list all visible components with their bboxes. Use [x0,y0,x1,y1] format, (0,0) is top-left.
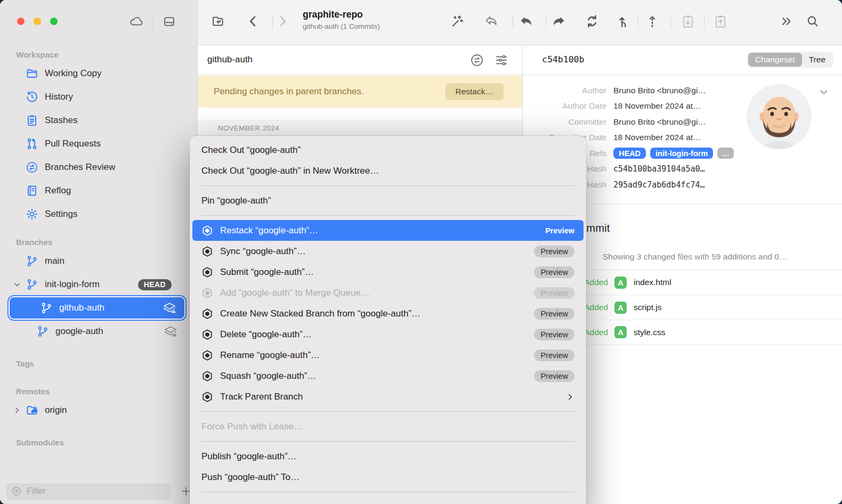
stack-warning-icon [163,302,177,314]
sidebar-item-google-auth[interactable]: google-auth [0,320,197,343]
folder-cloud-icon [26,404,38,417]
sidebar-item-working-copy[interactable]: Working Copy [0,62,197,85]
sidebar-section-remotes: Remotesorigin [0,385,197,422]
fetch-button[interactable] [585,14,600,29]
filter-input[interactable] [26,486,166,497]
sidebar-item-label: Stashes [45,115,77,126]
toggle-tree[interactable]: Tree [802,53,832,67]
ref-badge-head[interactable]: HEAD [613,148,646,159]
toolbar-separator [272,15,273,29]
stash-save-button[interactable] [681,14,695,29]
compare-branch-icon[interactable] [470,53,484,67]
sidebar-item-reflog[interactable]: Reflog [0,179,197,202]
sidebar-item-label: origin [45,405,67,416]
repo-switcher-button[interactable] [211,14,226,29]
section-label: Workspace [16,48,197,62]
preview-badge: Preview [534,329,574,340]
file-name: index.html [634,278,671,287]
graphite-logo-icon [201,266,213,278]
menu-item-check-out-google-auth-in-new-worktree[interactable]: Check Out “google-auth” in New Worktree… [192,160,584,181]
menu-item-add-google-auth-to-merge-queue[interactable]: Add “google-auth” to Merge Queue…Preview [192,282,584,303]
sidebar-item-history[interactable]: History [0,85,197,109]
meta-value: c54b100ba39104a5a0… [613,164,705,174]
traffic-lights [17,18,58,25]
menu-item-squash-google-auth[interactable]: Squash “google-auth”…Preview [192,365,584,386]
overflow-button[interactable] [780,14,794,28]
sidebar: WorkspaceWorking CopyHistoryStashesPull … [0,45,197,504]
drive-icon[interactable] [162,14,176,29]
menu-item-submit-google-auth[interactable]: Submit “google-auth”…Preview [192,262,584,282]
graphite-logo-icon [201,225,213,237]
menu-item-label: Pin “google-auth” [201,196,271,206]
ref-badge-init-login-form[interactable]: init-login-form [650,148,713,159]
minimize-button[interactable] [34,18,41,25]
toggle-changeset[interactable]: Changeset [748,53,802,67]
menu-item-label: Add “google-auth” to Merge Queue… [220,288,370,298]
expander-chevron-icon[interactable] [13,280,21,289]
menu-item-label: Sync “google-auth”… [220,246,306,257]
forward-button[interactable] [275,14,290,29]
repo-subtitle: github-auth (1 Commits) [303,22,380,30]
menu-item-pin-google-auth[interactable]: Pin “google-auth” [192,190,584,211]
sidebar-item-init-login-form[interactable]: init-login-formHEAD [0,273,197,296]
sidebar-item-branches-review[interactable]: Branches Review [0,156,197,179]
cherry-pick-button[interactable] [645,14,660,29]
search-button[interactable] [806,14,820,28]
filter-options-icon[interactable] [495,53,508,67]
stack-warning-icon [164,325,178,338]
stash-icon [26,114,38,127]
sidebar-item-settings[interactable]: Settings [0,202,197,226]
sidebar-item-github-auth[interactable]: github-auth [9,296,185,320]
merge-button[interactable] [616,14,631,29]
menu-item-delete-google-auth[interactable]: Delete “google-auth”…Preview [192,324,584,345]
menu-item-push-google-auth-to[interactable]: Push “google-auth” To… [192,467,584,487]
chevron-down-icon[interactable] [819,87,829,97]
menu-separator [201,411,574,412]
quick-actions-button[interactable] [450,14,465,29]
toolbar-separator [670,15,671,29]
filter-field[interactable] [6,483,171,500]
push-button[interactable] [552,14,566,29]
filter-icon [11,486,22,497]
menu-item-sync-google-auth[interactable]: Sync “google-auth”…Preview [192,241,584,262]
sidebar-item-main[interactable]: main [0,249,197,273]
sidebar-section-workspace: WorkspaceWorking CopyHistoryStashesPull … [0,48,197,226]
menu-item-check-out-google-auth[interactable]: Check Out “google-auth” [192,140,584,160]
discard-button[interactable] [484,14,499,29]
sidebar-item-stashes[interactable]: Stashes [0,109,197,132]
expander-chevron-icon[interactable] [13,406,21,414]
menu-item-force-push-with-lease[interactable]: Force Push with Lease… [192,416,584,437]
branch-icon [26,255,38,267]
app-window: graphite-repo github-auth (1 Commits) Wo… [0,0,842,504]
pull-button[interactable] [519,14,533,29]
menu-item-publish-google-auth[interactable]: Publish “google-auth”… [192,446,584,467]
menu-item-label: Check Out “google-auth” in New Worktree… [201,166,379,176]
sidebar-item-pull-requests[interactable]: Pull Requests [0,132,197,156]
restack-button[interactable]: Restack… [446,83,504,100]
menu-item-restack-google-auth[interactable]: Restack “google-auth”…Preview [192,220,584,241]
menu-item-track-parent-branch[interactable]: Track Parent Branch [192,386,584,407]
menu-item-create-new-stacked-branch-from-google-auth[interactable]: Create New Stacked Branch from “google-a… [192,303,584,324]
back-button[interactable] [246,14,261,29]
branch-header: github-auth [198,45,522,75]
commit-hash-short: c54b100b [542,54,584,64]
meta-value: 18 November 2024 at… [613,133,701,142]
menu-item-label: Publish “google-auth”… [201,451,297,462]
toolbar-separator [513,15,513,29]
zoom-button[interactable] [50,18,58,25]
section-label: Remotes [16,385,197,399]
meta-row-committer: CommitterBruno Brito <bruno@gi… [523,114,757,130]
meta-value: Bruno Brito <bruno@gi… [613,86,706,95]
pull-request-icon [26,137,38,150]
sidebar-item-origin[interactable]: origin [0,399,197,422]
stash-apply-button[interactable] [713,14,728,29]
titlebar: graphite-repo github-auth (1 Commits) [0,0,842,45]
ref-badge-[interactable]: … [717,148,734,159]
sidebar-section-tags: Tags [0,357,197,371]
close-button[interactable] [17,18,25,25]
menu-item-label: Track Parent Branch [220,392,303,402]
meta-value: 18 November 2024 at… [613,101,701,111]
menu-item-label: Submit “google-auth”… [220,267,314,278]
cloud-icon[interactable] [129,14,143,29]
menu-item-rename-google-auth[interactable]: Rename “google-auth”…Preview [192,345,584,365]
